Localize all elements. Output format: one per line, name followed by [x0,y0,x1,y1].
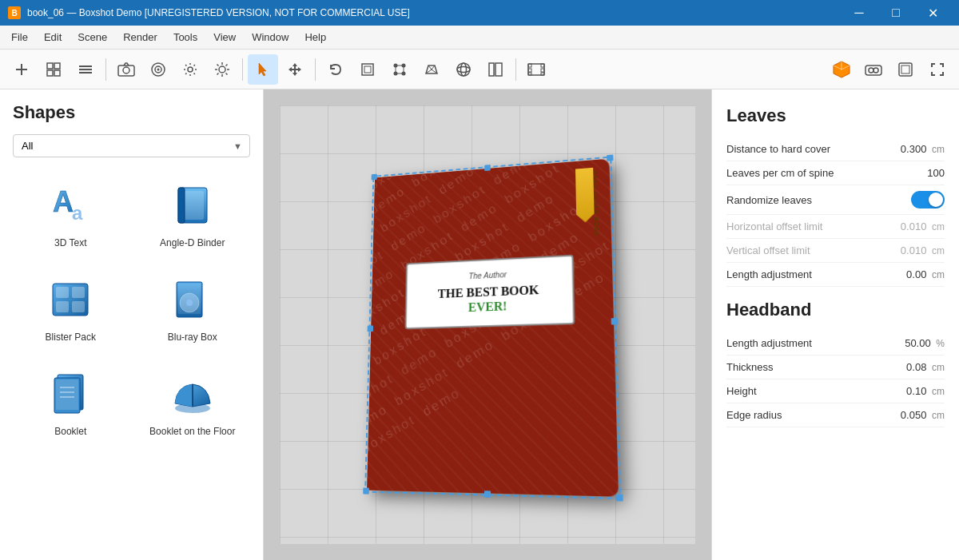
main-layout: Shapes All 2D 3D Books Boxes Other ▼ [0,89,959,560]
prop-value-vertical-offset: 0.010 cm [901,244,945,256]
leaves-section: Leaves Distance to hard cover 0.300 cm L… [726,105,945,287]
light-button[interactable] [207,54,237,85]
headband-section: Headband Length adjustment 50.00 % Thick… [726,300,945,427]
shape-icon-blu-ray-box [167,274,218,325]
prop-value-headband-thickness[interactable]: 0.08 cm [906,361,945,373]
prop-randomize-leaves: Randomize leaves [726,185,945,215]
menu-help[interactable]: Help [296,28,334,46]
book-author: The Author [415,268,564,283]
svg-point-28 [461,63,467,76]
shape-label-booklet-floor: Booklet on the Floor [149,426,235,437]
nodes-button[interactable] [384,54,415,85]
svg-point-26 [457,63,470,76]
book-badge [575,167,595,222]
svg-rect-3 [54,63,60,69]
prop-label-vertical-offset: Vertical offset limit [726,244,810,256]
canvas-area[interactable]: boxshot demo boxshot demo boxshot demo b… [264,89,711,560]
vr-button[interactable] [858,54,889,85]
toolbar-sep-3 [315,58,316,81]
prop-label-headband-thickness: Thickness [726,361,774,373]
fullscreen-button[interactable] [922,54,953,85]
shape-item-angle-d-binder[interactable]: Angle-D Binder [135,170,251,258]
titlebar: B book_06 — Boxshot Demo [UNREGISTERED V… [0,0,959,26]
menu-render[interactable]: Render [115,28,165,46]
svg-rect-30 [495,63,502,76]
prop-value-distance-hard-cover[interactable]: 0.300 cm [901,143,945,155]
shape-icon-angle-d-binder [167,180,218,231]
prop-value-length-adjustment-leaves[interactable]: 0.00 cm [906,268,945,280]
svg-rect-8 [79,72,92,73]
prop-label-horizontal-offset: Horizontal offset limit [726,220,822,232]
camera-button[interactable] [111,54,141,85]
svg-point-40 [873,68,878,73]
shapes-grid: A a 3D Text [13,170,250,447]
target-button[interactable] [143,54,173,85]
properties-panel: Leaves Distance to hard cover 0.300 cm L… [711,89,959,560]
svg-rect-41 [899,63,912,76]
shapes-filter: All 2D 3D Books Boxes Other ▼ [13,134,250,157]
menu-scene[interactable]: Scene [70,28,115,46]
settings-button[interactable] [175,54,205,85]
shape-icon-blister-pack [45,274,96,325]
svg-point-56 [186,300,193,306]
svg-point-10 [123,67,129,73]
film-button[interactable] [521,54,551,85]
randomize-leaves-toggle[interactable] [911,191,945,209]
grid-button[interactable] [38,54,69,85]
frame-button[interactable] [352,54,383,85]
menu-edit[interactable]: Edit [36,28,70,46]
prop-distance-hard-cover: Distance to hard cover 0.300 cm [726,137,945,161]
book-label: The Author THE BEST BOOK EVER! [405,254,575,329]
svg-rect-50 [72,287,85,298]
svg-point-15 [219,66,225,73]
prop-label-length-adjustment-leaves: Length adjustment [726,268,812,280]
menubar: File Edit Scene Render Tools View Window… [0,26,959,50]
orbit-button[interactable] [448,54,479,85]
book-object[interactable]: boxshot demo boxshot demo boxshot demo b… [367,158,619,496]
select-button[interactable] [248,54,278,85]
shape-label-booklet: Booklet [54,426,86,437]
svg-rect-51 [56,301,69,312]
shape-item-3d-text[interactable]: A a 3D Text [13,170,129,258]
svg-point-14 [188,67,193,72]
svg-rect-29 [489,63,494,76]
svg-rect-49 [56,287,69,298]
minimize-button[interactable]: ─ [841,0,877,26]
perspective-button[interactable] [416,54,447,85]
prop-value-headband-height[interactable]: 0.10 cm [906,385,945,397]
prop-headband-height: Height 0.10 cm [726,379,945,403]
undo-button[interactable] [320,54,351,85]
svg-rect-5 [54,70,60,76]
shape-label-3d-text: 3D Text [54,237,86,248]
prop-value-edge-radius[interactable]: 0.050 cm [901,409,945,421]
svg-rect-59 [56,379,78,410]
maximize-button[interactable]: □ [877,0,914,26]
toolbar-sep-1 [105,58,106,81]
shape-item-blister-pack[interactable]: Blister Pack [13,264,129,352]
menu-tools[interactable]: Tools [165,28,205,46]
menu-icon-button[interactable] [70,54,101,85]
shape3d-button[interactable] [826,54,857,85]
shape-icon-booklet [45,368,96,419]
close-button[interactable]: ✕ [914,0,951,26]
menu-file[interactable]: File [3,28,36,46]
menu-view[interactable]: View [205,28,244,46]
headband-title: Headband [726,300,945,320]
shapes-filter-select[interactable]: All 2D 3D Books Boxes Other [13,134,250,157]
prop-label-headband-height: Height [726,385,757,397]
add-button[interactable] [6,54,37,85]
prop-value-leaves-per-cm[interactable]: 100 [927,167,945,179]
shape-item-booklet-floor[interactable]: Booklet on the Floor [135,359,251,447]
prop-headband-length: Length adjustment 50.00 % [726,332,945,355]
shapes-panel: Shapes All 2D 3D Books Boxes Other ▼ [0,89,264,560]
menu-window[interactable]: Window [244,28,296,46]
prop-value-headband-length[interactable]: 50.00 % [905,337,945,349]
export-button[interactable] [890,54,921,85]
shape-item-blu-ray-box[interactable]: Blu-ray Box [135,264,251,352]
svg-rect-47 [178,188,185,223]
shape-icon-3d-text: A a [45,180,96,231]
prop-edge-radius: Edge radius 0.050 cm [726,403,945,427]
shape-item-booklet[interactable]: Booklet [13,359,129,447]
panel-button[interactable] [480,54,511,85]
move-button[interactable] [280,54,310,85]
